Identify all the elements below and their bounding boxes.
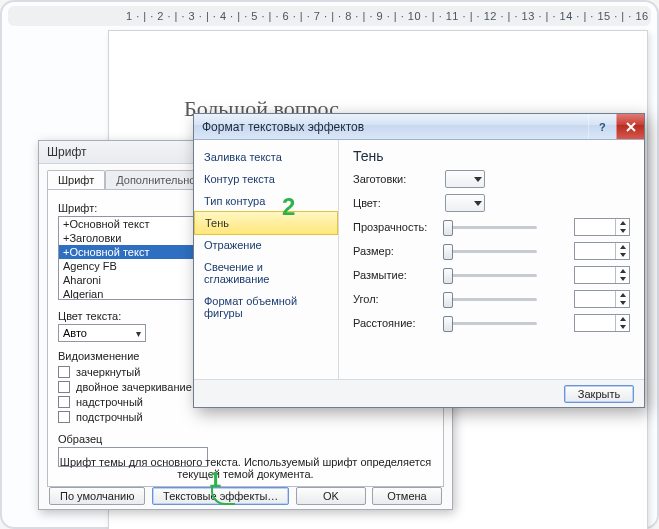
size-slider[interactable] [445,250,537,253]
horizontal-ruler: 1 · | · 2 · | · 3 · | · 4 · | · 5 · | · … [8,6,651,26]
ok-button[interactable]: OK [296,487,366,505]
sidebar-item-glow[interactable]: Свечение и сглаживание [194,256,338,290]
font-listbox[interactable]: +Основной текст +Заголовки +Основной тек… [58,216,208,300]
size-spin[interactable] [574,242,630,260]
list-item[interactable]: Algerian [59,287,207,300]
checkbox-subscript[interactable]: подстрочный [58,411,433,423]
tab-font[interactable]: Шрифт [47,170,105,189]
tab-advanced[interactable]: Дополнительно [105,170,206,189]
text-color-combo[interactable]: Авто ▾ [58,324,146,342]
fx-dialog-title: Формат текстовых эффектов [202,120,364,134]
list-item[interactable]: +Основной текст [59,245,207,259]
distance-label: Расстояние: [353,317,437,329]
cancel-button[interactable]: Отмена [372,487,442,505]
text-effects-button[interactable]: Текстовые эффекты… [152,487,289,505]
close-button[interactable]: Закрыть [564,385,634,403]
presets-label: Заготовки: [353,173,437,185]
list-item[interactable]: Aharoni [59,273,207,287]
blur-slider[interactable] [445,274,537,277]
sidebar-item-outline-type[interactable]: Тип контура [194,190,338,212]
sample-label: Образец [58,433,433,445]
fx-panel-heading: Тень [353,148,630,164]
distance-slider[interactable] [445,322,537,325]
checkbox-label: зачеркнутый [76,366,140,378]
fx-category-list: Заливка текста Контур текста Тип контура… [194,140,339,379]
blur-label: Размытие: [353,269,437,281]
list-item[interactable]: Agency FB [59,259,207,273]
sidebar-item-reflection[interactable]: Отражение [194,234,338,256]
default-button[interactable]: По умолчанию [49,487,145,505]
checkbox-label: двойное зачеркивание [76,381,192,393]
size-label: Размер: [353,245,437,257]
angle-spin[interactable] [574,290,630,308]
svg-text:?: ? [599,121,606,133]
transparency-slider[interactable] [445,226,537,229]
chevron-down-icon: ▾ [136,328,141,339]
presets-combo[interactable] [445,170,485,188]
transparency-label: Прозрачность: [353,221,437,233]
text-effects-dialog: Формат текстовых эффектов ? Заливка текс… [193,113,645,408]
angle-label: Угол: [353,293,437,305]
shadow-color-combo[interactable] [445,194,485,212]
sidebar-item-shadow[interactable]: Тень [194,211,338,235]
help-window-button[interactable]: ? [588,114,616,139]
sidebar-item-fill[interactable]: Заливка текста [194,146,338,168]
blur-spin[interactable] [574,266,630,284]
angle-slider[interactable] [445,298,537,301]
checkbox-label: подстрочный [76,411,143,423]
close-window-button[interactable] [616,114,644,139]
sidebar-item-3d[interactable]: Формат объемной фигуры [194,290,338,324]
checkbox-label: надстрочный [76,396,143,408]
shadow-color-label: Цвет: [353,197,437,209]
sidebar-item-outline[interactable]: Контур текста [194,168,338,190]
font-hint: Шрифт темы для основного текста. Использ… [58,456,433,480]
transparency-spin[interactable] [574,218,630,236]
text-color-value: Авто [63,327,87,339]
distance-spin[interactable] [574,314,630,332]
list-item[interactable]: +Заголовки [59,231,207,245]
list-item[interactable]: +Основной текст [59,217,207,231]
fx-titlebar[interactable]: Формат текстовых эффектов ? [194,114,644,140]
